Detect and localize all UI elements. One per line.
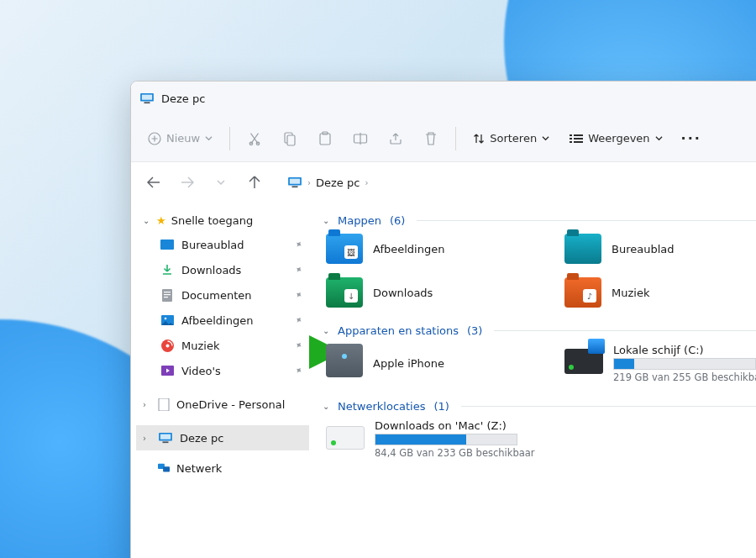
sidebar-item-videos[interactable]: Video's ✦	[136, 358, 309, 383]
chevron-right-icon[interactable]: ›	[365, 178, 368, 187]
folder-label: Muziek	[612, 287, 649, 299]
more-button[interactable]: ···	[675, 127, 708, 150]
sidebar-item-label: Muziek	[181, 340, 219, 352]
share-button[interactable]	[380, 124, 412, 154]
drive-icon	[564, 349, 603, 374]
chevron-down-icon: ⌄	[323, 326, 333, 335]
folder-label: Downloads	[373, 287, 433, 299]
folder-label: Bureaublad	[612, 243, 675, 255]
chevron-down-icon	[205, 134, 213, 142]
star-icon: ★	[156, 214, 166, 227]
svg-rect-30	[159, 398, 169, 411]
copy-button[interactable]	[274, 124, 306, 154]
device-local-disk[interactable]: Lokale schijf (C:) 219 GB van 255 GB bes…	[561, 342, 756, 385]
sidebar-onedrive[interactable]: › OneDrive - Personal	[136, 392, 309, 417]
back-button[interactable]	[139, 168, 168, 197]
rename-button[interactable]	[344, 124, 376, 154]
svg-point-26	[164, 318, 166, 320]
folder-icon: ♪	[564, 277, 601, 308]
folder-pictures[interactable]: 🖼 Afbeeldingen	[323, 232, 541, 266]
section-network[interactable]: ⌄ Netwerklocaties (1)	[323, 397, 756, 418]
sidebar-item-documents[interactable]: Documenten ✦	[136, 282, 309, 308]
svg-rect-1	[142, 95, 152, 100]
svg-rect-7	[287, 135, 295, 145]
sidebar-network[interactable]: › Netwerk	[136, 455, 309, 481]
drive-usage-bar	[613, 358, 756, 370]
drive-status: 219 GB van 255 GB beschikbaa	[613, 371, 756, 383]
delete-button[interactable]	[415, 124, 447, 154]
video-icon	[160, 363, 175, 378]
explorer-window: Deze pc Nieuw Sorteren	[130, 81, 756, 558]
folder-icon: ↓	[326, 277, 363, 308]
network-drive[interactable]: Downloads on 'Mac' (Z:) 84,4 GB van 233 …	[323, 418, 541, 461]
sidebar-item-label: Afbeeldingen	[181, 314, 253, 327]
window-title: Deze pc	[161, 92, 205, 105]
sidebar-item-music[interactable]: Muziek ✦	[136, 333, 309, 358]
pin-icon: ✦	[292, 238, 305, 251]
nav-bar: › Deze pc ›	[131, 162, 756, 203]
folder-music[interactable]: ♪ Muziek	[561, 276, 756, 309]
svg-rect-21	[162, 289, 172, 302]
folder-icon: 🖼	[326, 234, 363, 264]
document-icon	[160, 287, 175, 303]
recent-locations-button[interactable]	[207, 168, 235, 197]
chevron-right-icon: ›	[143, 434, 151, 443]
device-iphone[interactable]: Apple iPhone	[323, 342, 541, 385]
drive-label: Downloads on 'Mac' (Z:)	[375, 419, 535, 432]
view-button[interactable]: Weergeven	[561, 127, 670, 150]
cut-button[interactable]	[239, 124, 270, 154]
sidebar: ⌄ ★ Snelle toegang Bureaublad ✦ Download…	[131, 203, 309, 558]
section-folders[interactable]: ⌄ Mappen (6)	[323, 211, 756, 232]
sort-button[interactable]: Sorteren	[465, 127, 558, 150]
sidebar-item-pictures[interactable]: Afbeeldingen ✦	[136, 308, 309, 333]
download-icon	[160, 262, 175, 277]
paste-button[interactable]	[309, 124, 341, 154]
svg-rect-15	[570, 141, 572, 143]
sidebar-item-label: Video's	[181, 365, 221, 377]
new-button[interactable]: Nieuw	[139, 127, 221, 150]
svg-rect-18	[290, 179, 300, 184]
sidebar-item-label: Documenten	[181, 289, 252, 302]
title-bar[interactable]: Deze pc	[131, 82, 756, 115]
pin-icon: ✦	[292, 339, 305, 352]
network-icon	[156, 461, 171, 476]
section-devices[interactable]: ⌄ Apparaten en stations (3)	[323, 321, 756, 342]
this-pc-icon	[158, 430, 173, 445]
device-icon	[326, 344, 363, 377]
svg-rect-13	[570, 138, 572, 140]
new-button-label: Nieuw	[166, 132, 200, 145]
sidebar-this-pc[interactable]: › Deze pc	[136, 425, 309, 450]
sidebar-item-desktop[interactable]: Bureaublad ✦	[136, 232, 309, 257]
sidebar-quick-access[interactable]: ⌄ ★ Snelle toegang	[136, 209, 309, 232]
svg-rect-22	[164, 292, 171, 292]
folder-downloads[interactable]: ↓ Downloads	[323, 276, 541, 309]
breadcrumb-this-pc[interactable]: Deze pc	[316, 176, 360, 189]
address-bar[interactable]: › Deze pc ›	[281, 169, 375, 196]
chevron-right-icon[interactable]: ›	[307, 178, 311, 187]
desktop-icon	[160, 237, 175, 252]
sort-label: Sorteren	[490, 132, 537, 145]
svg-rect-33	[163, 441, 169, 443]
folder-desktop[interactable]: Bureaublad	[561, 232, 756, 266]
chevron-down-icon: ⌄	[323, 402, 333, 411]
device-label: Apple iPhone	[373, 357, 444, 370]
separator	[455, 127, 456, 150]
sidebar-item-label: Downloads	[181, 264, 241, 276]
chevron-down-icon: ⌄	[323, 216, 333, 225]
svg-rect-20	[160, 240, 174, 250]
svg-point-28	[165, 344, 169, 347]
forward-button[interactable]	[173, 168, 202, 197]
network-drive-icon	[326, 426, 365, 450]
sidebar-item-label: Bureaublad	[181, 239, 244, 251]
pin-icon: ✦	[292, 288, 305, 302]
music-icon	[160, 338, 175, 353]
up-button[interactable]	[240, 168, 269, 197]
pictures-icon	[160, 313, 175, 328]
svg-rect-32	[160, 434, 171, 440]
drive-label: Lokale schijf (C:)	[613, 344, 756, 356]
svg-rect-11	[570, 134, 572, 136]
svg-rect-19	[292, 186, 298, 187]
content-pane[interactable]: ⌄ Mappen (6) 🖼 Afbeeldingen Bureaublad ↓…	[309, 203, 756, 558]
sidebar-item-downloads[interactable]: Downloads ✦	[136, 257, 309, 282]
svg-rect-8	[320, 134, 330, 145]
